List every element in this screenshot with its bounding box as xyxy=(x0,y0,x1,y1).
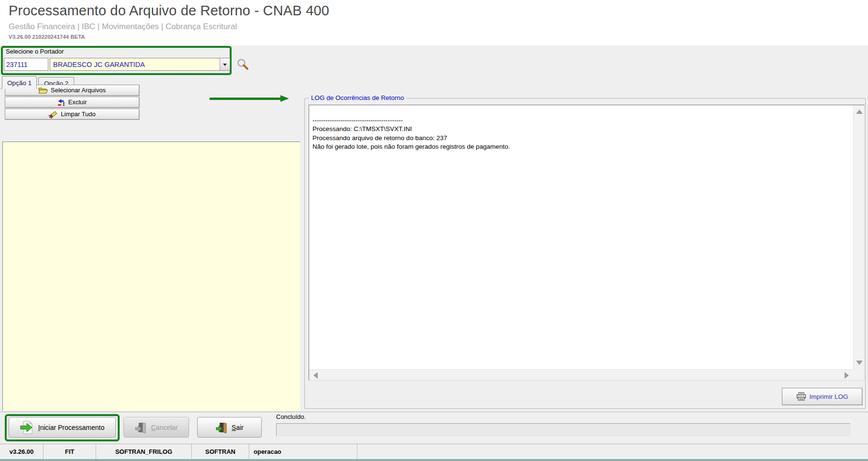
page-title: Processamento do Arquivo de Retorno - CN… xyxy=(9,3,329,19)
status-message: Concluído. xyxy=(276,413,306,420)
section-divider xyxy=(0,412,868,413)
scroll-down-icon[interactable] xyxy=(856,361,863,365)
statusbar-user: operacao xyxy=(249,444,357,459)
print-log-button[interactable]: Imprimir LOG xyxy=(782,388,862,405)
eraser-icon xyxy=(48,110,58,119)
print-log-label: Imprimir LOG xyxy=(810,393,848,400)
door-exit-icon-disabled xyxy=(134,422,147,433)
status-bar: v3.26.00 FIT SOFTRAN_FRILOG SOFTRAN oper… xyxy=(0,444,868,459)
exit-button[interactable]: Sair xyxy=(197,417,262,438)
app-window: Processamento do Arquivo de Retorno - CN… xyxy=(0,0,868,461)
annotation-arrow xyxy=(210,95,291,102)
chevron-down-icon[interactable] xyxy=(220,58,230,70)
scrollbar-corner xyxy=(853,369,864,380)
scroll-up-icon[interactable] xyxy=(856,110,863,114)
start-processing-button[interactable]: Iniciar Processamento xyxy=(9,417,116,438)
select-files-label: Selecionar Arquivos xyxy=(51,87,106,94)
search-icon[interactable] xyxy=(236,58,249,71)
statusbar-schema: SOFTRAN xyxy=(192,444,249,459)
delete-file-button[interactable]: Excluir xyxy=(5,97,139,108)
progress-bar xyxy=(276,423,850,436)
start-processing-label: Iniciar Processamento xyxy=(38,424,105,431)
vertical-scrollbar[interactable] xyxy=(853,105,864,369)
log-output-area[interactable]: ----------------------------------------… xyxy=(309,105,865,381)
log-text: ----------------------------------------… xyxy=(312,107,849,152)
statusbar-database: SOFTRAN_FRILOG xyxy=(96,444,192,459)
cancel-button: Cancelar xyxy=(123,417,189,438)
exit-label: Sair xyxy=(232,424,244,431)
folder-open-icon xyxy=(38,87,48,94)
portador-combobox[interactable]: BRADESCO JC GARANTIDA xyxy=(50,58,230,71)
version-label: V3.26.00 210220241744 BETA xyxy=(9,34,85,40)
portador-label: Selecione o Portador xyxy=(6,48,64,55)
start-arrow-icon xyxy=(20,421,34,434)
remove-arrow-icon xyxy=(57,99,65,106)
breadcrumb: Gestão Financeira | IBC | Movimentações … xyxy=(9,22,237,32)
scroll-left-icon[interactable] xyxy=(313,372,318,379)
cancel-label: Cancelar xyxy=(151,424,178,431)
statusbar-environment: FIT xyxy=(44,444,96,459)
delete-file-label: Excluir xyxy=(68,99,87,106)
clear-all-button[interactable]: Limpar Tudo xyxy=(5,109,139,120)
file-list[interactable] xyxy=(2,142,300,411)
portador-combobox-value: BRADESCO JC GARANTIDA xyxy=(50,61,220,68)
horizontal-scrollbar[interactable] xyxy=(309,369,853,380)
printer-icon xyxy=(796,392,806,401)
statusbar-version: v3.26.00 xyxy=(0,444,44,459)
tab-opcao-1[interactable]: Opção 1 xyxy=(2,76,37,89)
clear-all-label: Limpar Tudo xyxy=(61,110,95,118)
window-edge xyxy=(0,459,868,461)
portador-code-input[interactable] xyxy=(4,58,48,71)
statusbar-empty xyxy=(357,444,868,459)
log-group-title: LOG de Ocorrências de Retorno xyxy=(309,94,406,101)
door-exit-icon xyxy=(215,422,228,433)
scroll-right-icon[interactable] xyxy=(845,372,849,379)
